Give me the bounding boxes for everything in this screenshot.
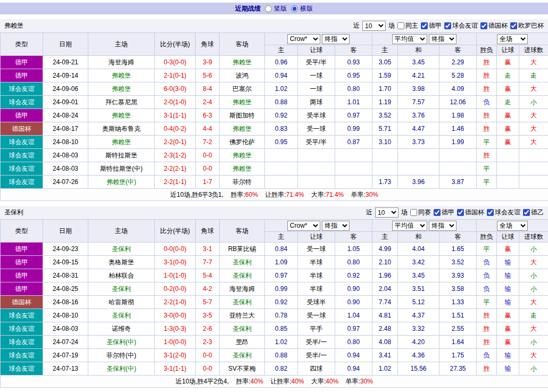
odds-group-header: Crow* 终指: [265, 33, 372, 45]
avg-away: 3.87: [439, 176, 477, 189]
away-team: 里昂: [220, 336, 265, 349]
avg-draw: [398, 149, 439, 162]
sub-col-avg-draw: 和: [398, 45, 439, 56]
league-filter[interactable]: 德国杯: [480, 21, 508, 30]
result-outcome: 平: [477, 243, 497, 256]
avg-draw: 5.12: [398, 296, 439, 309]
summary-stat: 单率:30%: [346, 378, 373, 385]
league-filter[interactable]: 德国杯: [457, 208, 484, 217]
match-count-select[interactable]: 10: [362, 21, 386, 31]
stat-value: 71.4%: [286, 191, 304, 198]
league-checkbox[interactable]: [487, 209, 494, 216]
col-corner: 角球: [196, 220, 220, 243]
horizontal-radio[interactable]: [291, 5, 298, 12]
league-checkbox[interactable]: [444, 22, 451, 29]
competition-badge: 球会友谊: [1, 322, 43, 336]
odds-home: 0.82: [265, 362, 298, 376]
result-outcome: 胜: [477, 109, 497, 122]
league-checkbox[interactable]: [457, 209, 464, 216]
layout-option-horizontal[interactable]: 横版: [291, 4, 313, 13]
odds-home: 0.92: [265, 109, 298, 122]
odds-type-select[interactable]: 终指: [322, 221, 350, 231]
odds-source-select[interactable]: Crow*: [287, 221, 320, 231]
league-filter[interactable]: 欧罗巴杯: [510, 21, 544, 30]
competition-badge: 德甲: [1, 256, 43, 269]
handicap-line: 受一球: [298, 243, 335, 256]
avg-home: 2.48: [372, 322, 398, 336]
score: 1-3(0-3): [155, 322, 196, 336]
league-filter[interactable]: 德甲: [421, 21, 442, 30]
avg-type-select[interactable]: 终指: [429, 221, 456, 231]
score: 2-2(1-0): [155, 296, 196, 309]
match-row: 德甲24-09-21海登海姆0-3(0-0)3-9弗赖堡0.96受平/半0.93…: [1, 56, 548, 69]
same-filter[interactable]: 同主: [397, 21, 418, 30]
match-row: 球会友谊24-09-06弗赖堡6-0(3-0)8-4巴塞尔1.02一球0.801…: [1, 82, 548, 96]
competition-badge: 球会友谊: [1, 82, 43, 96]
away-team: 弗赖堡: [220, 56, 265, 69]
result-goals: [519, 149, 548, 162]
score: 3-1(2-0): [155, 349, 196, 362]
competition-badge: 德甲: [1, 69, 43, 82]
league-checkbox[interactable]: [421, 22, 428, 29]
match-count-select[interactable]: 10: [375, 207, 398, 218]
result-goals: 大: [519, 82, 548, 96]
match-date: 24-09-15: [43, 256, 88, 269]
match-date: 24-07-26: [43, 176, 88, 189]
avg-draw: 4.37: [398, 309, 439, 322]
odds-type-select[interactable]: 终指: [322, 34, 350, 44]
result-goals: 小: [519, 362, 548, 376]
avg-away: 1.51: [439, 309, 477, 322]
odds-home: [265, 149, 298, 162]
handicap-line: 平手: [298, 322, 335, 336]
match-row: 德国杯24-08-17奥斯纳布鲁克0-4(0-2)4-4弗赖堡0.83受一球0.…: [1, 122, 548, 136]
league-filter[interactable]: 德乙: [523, 208, 544, 217]
sub-col-odds-away: 客: [335, 45, 372, 56]
same-checkbox[interactable]: [397, 22, 404, 29]
home-team: 诺维奇: [88, 322, 155, 336]
avg-away: 1.65: [439, 243, 477, 256]
league-filter[interactable]: 德甲: [434, 208, 454, 217]
league-filter[interactable]: 球会友谊: [487, 208, 520, 217]
away-team: RB莱比锡: [220, 243, 265, 256]
result-goals: 小: [519, 96, 548, 109]
scope-select[interactable]: 全场: [497, 34, 528, 44]
odds-away: 0.94: [335, 362, 372, 376]
score: 0-2(0-0): [155, 282, 196, 296]
result-handicap: 输: [497, 362, 519, 376]
same-filter[interactable]: 同赛: [410, 208, 431, 217]
col-score: 比分(半场): [155, 33, 196, 56]
odds-group-header: Crow* 终指: [265, 220, 372, 232]
competition-badge: 球会友谊: [1, 149, 43, 162]
sub-col-goals-result: 进球数: [519, 232, 548, 243]
layout-option-vertical[interactable]: 竖版: [265, 4, 287, 13]
league-checkbox[interactable]: [434, 209, 441, 216]
odds-away: 1.04: [335, 309, 372, 322]
league-filter[interactable]: 球会友谊: [444, 21, 478, 30]
league-checkbox[interactable]: [480, 22, 487, 29]
away-team: 弗赖堡: [220, 149, 265, 162]
match-row: 球会友谊24-08-10圣保利3-0(0-0)3-5亚特兰大0.78受一球1.0…: [1, 309, 548, 322]
avg-source-select[interactable]: 平均值: [392, 34, 427, 44]
odds-source-select[interactable]: Crow*: [287, 34, 320, 44]
match-date: 24-08-03: [43, 322, 88, 336]
league-checkbox[interactable]: [523, 209, 530, 216]
result-goals: 大: [519, 296, 548, 309]
odds-away: 0.95: [335, 69, 372, 82]
corner-stat: 8-4: [196, 82, 220, 96]
match-date: 24-07-13: [43, 362, 88, 376]
col-date: 日期: [43, 33, 88, 56]
match-row: 德甲24-09-15奥格斯堡3-1(0-0)7-7圣保利1.09半球0.802.…: [1, 256, 548, 269]
result-outcome: 负: [477, 349, 497, 362]
vertical-radio[interactable]: [265, 5, 272, 12]
results-table: 类型 日期 主场 比分(半场) 角球 客场 Crow* 终指 平均值 终指 全场: [0, 32, 548, 201]
stat-value: 30%: [360, 378, 373, 385]
odds-home: [265, 176, 298, 189]
avg-source-select[interactable]: 平均值: [392, 221, 427, 231]
avg-type-select[interactable]: 终指: [429, 34, 456, 44]
odds-away: 0.90: [335, 282, 372, 296]
league-checkbox[interactable]: [510, 22, 517, 29]
stat-label: 单率:: [351, 191, 366, 198]
odds-away: 0.80: [335, 82, 372, 96]
same-checkbox[interactable]: [410, 209, 417, 216]
scope-select[interactable]: 全场: [497, 221, 528, 231]
